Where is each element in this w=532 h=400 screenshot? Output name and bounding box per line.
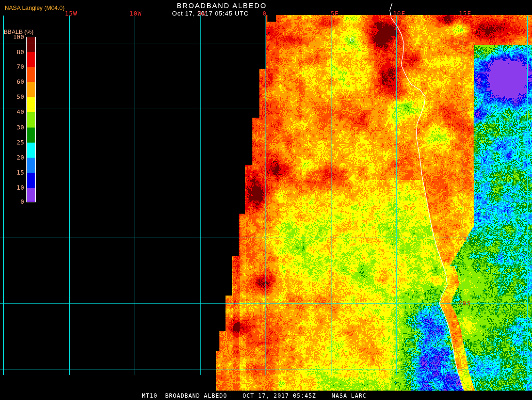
footer-caption: MT10 BROADBAND ALBEDO OCT 17, 2017 05:45… [0,392,508,399]
colorbar-segment [27,82,35,97]
albedo-raster-canvas [0,0,532,400]
colorbar-segment [27,112,35,128]
colorbar-tick: 0 [6,198,24,205]
colorbar-segment [27,97,35,112]
colorbar-segment [27,158,35,173]
colorbar-tick: 20 [6,154,24,161]
colorbar-segment [27,188,35,202]
colorbar-tick: 10 [6,184,24,191]
colorbar-tick: 70 [6,63,24,70]
colorbar-tick: 40 [6,108,24,115]
colorbar-tick: 50 [6,93,24,100]
colorbar-tick: 60 [6,78,24,85]
colorbar-title: BBALB (%) [4,29,33,35]
colorbar-segment [27,128,35,143]
colorbar-tick: 25 [6,139,24,146]
colorbar-tick: 15 [6,169,24,176]
source-label: NASA Langley (M04.0) [5,5,64,11]
colorbar-segment [27,143,35,158]
colorbar-segment [27,67,35,82]
colorbar-segment [27,37,35,52]
page-title: BROADBAND ALBEDO [0,1,443,9]
colorbar-tick: 30 [6,124,24,131]
colorbar-segment [27,52,35,67]
colorbar-tick: 80 [6,48,24,56]
colorbar [26,37,36,202]
colorbar-segment [27,173,35,188]
albedo-map-product: BROADBAND ALBEDO Oct 17, 2017 05:45 UTC … [0,0,532,400]
